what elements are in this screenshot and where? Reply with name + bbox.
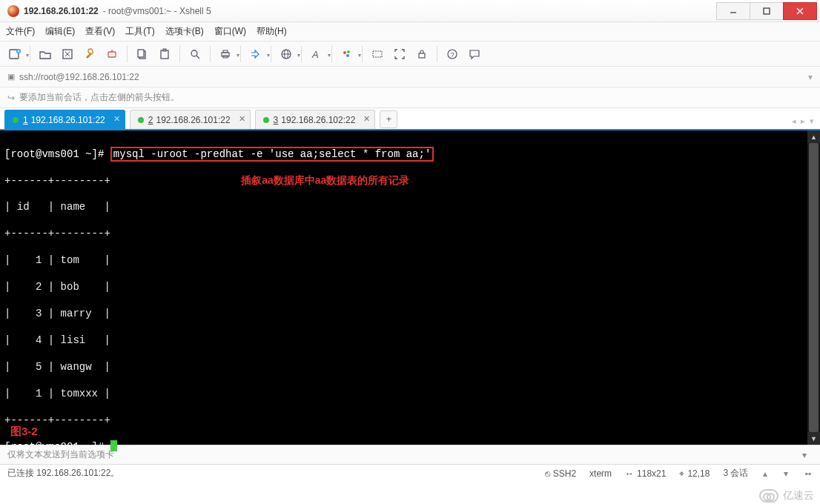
tab-close-icon[interactable]: ✕ bbox=[363, 114, 370, 124]
reconnect-icon bbox=[62, 48, 73, 60]
cursor-icon bbox=[110, 440, 117, 451]
hint-bar: ↪ 要添加当前会话，点击左侧的箭头按钮。 bbox=[0, 87, 820, 108]
tab-close-icon[interactable]: ✕ bbox=[239, 114, 245, 124]
watermark-icon bbox=[759, 489, 778, 503]
table-row: | 1 | tom | bbox=[4, 254, 110, 266]
prompt: [root@vms001 ~]# bbox=[4, 441, 110, 453]
address-bar[interactable]: ▣ ssh://root@192.168.26.101:22 ▾ bbox=[0, 67, 820, 87]
menu-file[interactable]: 文件(F) bbox=[6, 25, 35, 38]
xftp-button[interactable]: ▾ bbox=[247, 45, 265, 63]
menu-help[interactable]: 帮助(H) bbox=[257, 25, 287, 38]
globe-icon bbox=[280, 48, 292, 60]
tab-number: 1 bbox=[23, 115, 28, 125]
minimize-button[interactable] bbox=[716, 2, 750, 20]
terminal-output: [root@vms001 ~]# mysql -uroot -predhat -… bbox=[0, 130, 820, 483]
new-session-icon bbox=[8, 47, 22, 61]
bookmark-icon: ▣ bbox=[7, 72, 15, 82]
arrow-add-icon[interactable]: ↪ bbox=[7, 93, 15, 103]
toolbar-sep bbox=[301, 46, 302, 62]
tab-2[interactable]: 2 192.168.26.101:22 ✕ bbox=[130, 110, 251, 129]
new-tab-button[interactable]: + bbox=[380, 110, 397, 128]
table-sep: +------+--------+ bbox=[4, 228, 110, 239]
chat-icon bbox=[469, 48, 480, 60]
tab-strip: 1 192.168.26.101:22 ✕ 2 192.168.26.101:2… bbox=[0, 108, 820, 130]
tab-label: 192.168.26.101:22 bbox=[156, 115, 230, 125]
tab-label: 192.168.26.101:22 bbox=[31, 115, 105, 125]
copy-button[interactable] bbox=[133, 45, 151, 63]
menu-tools[interactable]: 工具(T) bbox=[125, 25, 154, 38]
tab-number: 3 bbox=[274, 115, 279, 125]
toolbar-sep bbox=[362, 46, 363, 62]
window-subtitle: - root@vms001:~ - Xshell 5 bbox=[103, 6, 211, 16]
help-icon: ? bbox=[446, 48, 458, 60]
svg-rect-14 bbox=[138, 50, 144, 57]
tab-label: 192.168.26.102:22 bbox=[281, 115, 355, 125]
search-icon bbox=[189, 48, 201, 60]
properties-button[interactable] bbox=[81, 45, 99, 63]
address-text: ssh://root@192.168.26.101:22 bbox=[19, 72, 139, 82]
disconnect-button[interactable] bbox=[103, 45, 121, 63]
table-sep: +------+--------+ bbox=[4, 175, 110, 187]
scroll-down-icon[interactable]: ▼ bbox=[807, 432, 820, 445]
prompt: [root@vms001 ~]# bbox=[4, 148, 110, 160]
paste-icon bbox=[159, 48, 171, 60]
toolbar-sep bbox=[30, 46, 30, 62]
svg-rect-11 bbox=[108, 52, 116, 57]
new-session-button[interactable]: ▾ bbox=[6, 45, 24, 63]
terminal-pane[interactable]: [root@vms001 ~]# mysql -uroot -predhat -… bbox=[0, 130, 820, 445]
svg-point-27 bbox=[347, 50, 350, 53]
fullscreen-icon bbox=[394, 48, 406, 60]
tab-close-icon[interactable]: ✕ bbox=[113, 114, 120, 124]
close-button[interactable] bbox=[783, 2, 817, 20]
svg-point-26 bbox=[343, 51, 346, 54]
svg-rect-15 bbox=[161, 50, 168, 59]
menu-view[interactable]: 查看(V) bbox=[85, 25, 115, 38]
tab-3[interactable]: 3 192.168.26.102:22 ✕ bbox=[255, 110, 376, 129]
tab-list-icon[interactable]: ▾ bbox=[810, 116, 814, 126]
svg-text:A: A bbox=[311, 49, 319, 60]
chat-button[interactable] bbox=[466, 45, 483, 63]
paste-button[interactable] bbox=[156, 45, 173, 63]
status-dot-icon bbox=[13, 117, 19, 123]
toolbar-sep bbox=[210, 46, 211, 62]
copy-icon bbox=[136, 48, 148, 60]
scroll-up-icon[interactable]: ▲ bbox=[807, 130, 820, 143]
app-icon bbox=[7, 5, 19, 17]
svg-line-18 bbox=[196, 56, 199, 59]
tab-next-icon[interactable]: ▸ bbox=[801, 116, 805, 126]
encoding-button[interactable]: ▾ bbox=[277, 45, 295, 63]
maximize-button[interactable] bbox=[750, 2, 784, 20]
scroll-track[interactable] bbox=[807, 143, 820, 432]
menu-window[interactable]: 窗口(W) bbox=[214, 25, 246, 38]
table-row: | 3 | marry | bbox=[4, 308, 110, 319]
print-button[interactable]: ▾ bbox=[216, 45, 234, 63]
select-icon bbox=[371, 48, 383, 60]
color-button[interactable]: ▾ bbox=[338, 45, 356, 63]
lock-button[interactable] bbox=[413, 45, 431, 63]
table-row: | 4 | lisi | bbox=[4, 334, 110, 346]
watermark-text: 亿速云 bbox=[783, 489, 814, 503]
folder-icon bbox=[39, 48, 51, 60]
minimize-icon bbox=[730, 7, 737, 15]
help-button[interactable]: ? bbox=[443, 45, 461, 63]
menu-tab[interactable]: 选项卡(B) bbox=[165, 25, 204, 38]
address-dropdown-icon[interactable]: ▾ bbox=[808, 72, 813, 82]
hint-text: 要添加当前会话，点击左侧的箭头按钮。 bbox=[19, 91, 179, 104]
tab-1[interactable]: 1 192.168.26.101:22 ✕ bbox=[4, 110, 125, 129]
watermark: 亿速云 bbox=[759, 489, 814, 503]
find-button[interactable] bbox=[186, 45, 204, 63]
font-button[interactable]: A ▾ bbox=[308, 45, 325, 63]
sessions-button[interactable] bbox=[36, 45, 54, 63]
svg-point-28 bbox=[346, 54, 349, 57]
figure-label: 图3-2 bbox=[10, 425, 38, 439]
scrollbar[interactable]: ▲ ▼ bbox=[807, 130, 820, 445]
scroll-thumb[interactable] bbox=[809, 143, 819, 432]
reconnect-button[interactable] bbox=[59, 45, 76, 63]
tab-prev-icon[interactable]: ◂ bbox=[792, 116, 796, 126]
tab-nav: ◂ ▸ ▾ bbox=[792, 116, 814, 126]
toolbar-sep bbox=[437, 46, 437, 62]
highlight-button[interactable] bbox=[368, 45, 386, 63]
fullscreen-button[interactable] bbox=[391, 45, 409, 63]
svg-point-17 bbox=[191, 50, 197, 56]
menu-edit[interactable]: 编辑(E) bbox=[45, 25, 75, 38]
